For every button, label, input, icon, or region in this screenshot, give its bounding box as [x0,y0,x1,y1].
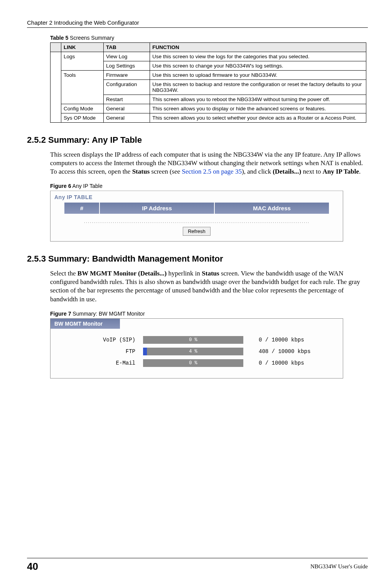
bold-status: Status [202,270,219,277]
fn-cell: Use this screen to change your NBG334W's… [150,61,366,71]
paragraph: This screen displays the IP address of e… [50,150,366,176]
bw-row-ftp: FTP 4 % 408 / 10000 kbps [51,346,343,357]
page-number: 40 [27,561,46,573]
text: hyperlink in [167,270,202,277]
col-ip-address: IP Address [100,203,214,214]
fn-cell: This screen allows you to reboot the NBG… [150,95,366,104]
bw-row-voip: VoIP (SIP) 0 % 0 / 10000 kbps [51,334,343,346]
figure-7-title: Summary: BW MGMT Monitor [71,311,145,317]
bold-status: Status [132,168,150,175]
blank-cell [51,80,61,95]
chapter-header: Chapter 2 Introducing the Web Configurat… [27,19,368,26]
th-link: LINK [61,43,104,52]
any-ip-table-title: Any IP TABLE [53,193,340,203]
table-row: Tools Firmware Use this screen to upload… [51,71,366,80]
blank-cell [51,104,61,113]
text: Select the [50,270,78,277]
dotted-divider [84,222,310,223]
fn-cell: This screen allows you to display or hid… [150,104,366,113]
fn-cell: Use this screen to view the logs for the… [150,52,366,61]
bw-label: FTP [58,348,143,355]
text: next to [301,168,322,175]
header-rule [27,27,368,28]
table-5-caption: Table 5 Screens Summary [50,35,368,41]
tab-cell: Configuration [104,80,150,95]
text: . [359,168,361,175]
figure-7-label: Figure 7 [50,311,71,317]
bold-any-ip-table: Any IP Table [323,168,359,175]
blank-cell [51,113,61,123]
link-cell: Config Mode [61,104,104,113]
tab-cell: General [104,113,150,123]
bw-bar: 0 % [143,336,243,344]
fn-cell: Use this screen to backup and restore th… [150,80,366,95]
bw-value: 0 / 10000 kbps [243,337,304,343]
link-cell: Sys OP Mode [61,113,104,123]
tab-cell: View Log [104,52,150,61]
blank-cell [51,95,61,104]
bw-bar-text: 0 % [143,336,243,344]
bw-value: 408 / 10000 kbps [243,348,310,355]
heading-2-5-2: 2.5.2 Summary: Any IP Table [27,135,368,145]
th-blank [51,43,61,52]
paragraph: Select the BW MGMT Monitor (Details...) … [50,269,366,303]
figure-6-any-ip-table: Any IP TABLE # IP Address MAC Address Re… [50,191,343,242]
figure-6-title: Any IP Table [71,183,102,189]
guide-name: NBG334W User's Guide [310,563,368,570]
th-tab: TAB [104,43,150,52]
text: ), and click [242,168,273,175]
tab-cell: Firmware [104,71,150,80]
table-5-label: Table 5 [50,35,68,41]
text: screen (see [150,168,182,175]
table-5-title: Screens Summary [68,35,114,41]
blank-cell [51,52,61,61]
fn-cell: This screen allows you to select whether… [150,113,366,123]
figure-7-caption: Figure 7 Summary: BW MGMT Monitor [50,311,368,317]
blank-cell [51,71,61,80]
col-hash: # [64,203,99,214]
fn-cell: Use this screen to upload firmware to yo… [150,71,366,80]
tab-cell: General [104,104,150,113]
table-row: Logs View Log Use this screen to view th… [51,52,366,61]
bw-label: E-Mail [58,360,143,366]
col-mac-address: MAC Address [215,203,329,214]
th-function: FUNCTION [150,43,366,52]
link-section-2-5[interactable]: Section 2.5 on page 35 [182,168,242,175]
figure-6-label: Figure 6 [50,183,71,189]
bw-bar: 0 % [143,359,243,367]
bw-label: VoIP (SIP) [58,337,143,343]
blank-cell [51,61,61,71]
screens-summary-table: LINK TAB FUNCTION Logs View Log Use this… [50,42,366,123]
bw-row-email: E-Mail 0 % 0 / 10000 kbps [51,357,343,369]
tab-cell: Log Settings [104,61,150,71]
figure-6-caption: Figure 6 Any IP Table [50,183,368,189]
link-cell: Tools [61,71,104,104]
bw-bar: 4 % [143,348,243,355]
link-cell: Logs [61,52,104,71]
bw-bar-text: 4 % [143,348,243,355]
bw-mgmt-monitor-tab: BW MGMT Monitor [51,319,120,329]
bold-details: (Details...) [273,168,301,175]
tab-cell: Restart [104,95,150,104]
page-footer: 40 NBG334W User's Guide [27,558,368,573]
table-row: Config Mode General This screen allows y… [51,104,366,113]
bw-value: 0 / 10000 kbps [243,360,304,366]
any-ip-header-row: # IP Address MAC Address [53,203,340,214]
table-row: Sys OP Mode General This screen allows y… [51,113,366,123]
bold-bw-mgmt-monitor-link: BW MGMT Monitor (Details...) [78,270,167,277]
figure-7-bw-mgmt-monitor: BW MGMT Monitor VoIP (SIP) 0 % 0 / 10000… [50,318,343,378]
bw-bar-text: 0 % [143,359,243,367]
refresh-button[interactable]: Refresh [183,227,211,236]
footer-rule [27,558,368,558]
heading-2-5-3: 2.5.3 Summary: Bandwidth Management Moni… [27,254,368,264]
